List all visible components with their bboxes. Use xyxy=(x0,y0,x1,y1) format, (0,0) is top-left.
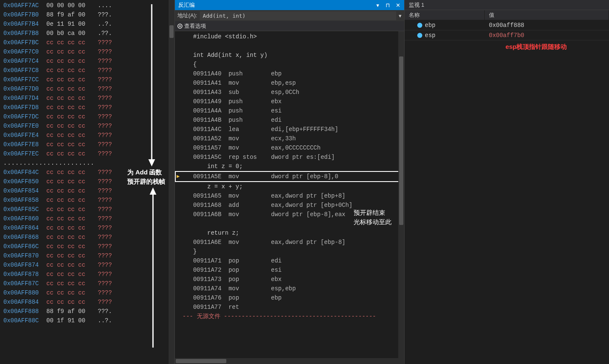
asm-text: 00911A49 push ebx xyxy=(182,97,282,106)
asm-line[interactable]: 00911A4A push esi xyxy=(175,106,404,115)
source-line[interactable]: int z = 0; xyxy=(175,162,404,171)
memory-row[interactable]: 0x00AFF7E4cc cc cc cc???? xyxy=(3,131,165,140)
disassembly-vscrollbar[interactable] xyxy=(398,31,404,358)
memory-row[interactable]: 0x00AFF7B088 f9 af 00???. xyxy=(3,10,165,19)
asm-line[interactable]: 00911A4B push edi xyxy=(175,115,404,125)
memory-ascii: ???? xyxy=(98,140,112,149)
memory-address: 0x00AFF7C4 xyxy=(3,56,41,66)
memory-ascii: ???? xyxy=(98,186,112,195)
memory-row[interactable]: 0x00AFF7D0cc cc cc cc???? xyxy=(3,84,165,94)
asm-text: 00911A76 pop ebp xyxy=(182,293,282,302)
asm-line[interactable]: 00911A77 ret xyxy=(175,302,404,312)
asm-line[interactable]: 00911A49 push ebx xyxy=(175,97,404,106)
watch-row[interactable]: ebp0x00aff888 xyxy=(405,20,609,30)
memory-row[interactable]: 0x00AFF87Ccc cc cc cc???? xyxy=(3,279,165,288)
asm-line[interactable]: 00911A4C lea edi,[ebp+FFFFFF34h] xyxy=(175,125,404,134)
memory-bytes: cc cc cc cc xyxy=(46,149,93,158)
memory-ascii: ???. xyxy=(98,307,112,316)
asm-line[interactable]: ▶ 00911A5E mov dword ptr [ebp-8],0 xyxy=(175,171,404,182)
memory-address: 0x00AFF878 xyxy=(3,270,41,279)
memory-address: 0x00AFF7C0 xyxy=(3,47,41,56)
asm-line[interactable]: 00911A41 mov ebp,esp xyxy=(175,78,404,88)
memory-row[interactable]: 0x00AFF7C0cc cc cc cc???? xyxy=(3,47,165,56)
source-line[interactable]: int Add(int x, int y) xyxy=(175,51,404,60)
memory-address: 0x00AFF854 xyxy=(3,186,41,195)
memory-bytes: cc cc cc cc xyxy=(46,66,93,75)
memory-ascii: ???? xyxy=(98,279,112,288)
address-input[interactable] xyxy=(200,11,396,20)
memory-row[interactable]: 0x00AFF7D4cc cc cc cc???? xyxy=(3,94,165,103)
memory-row[interactable]: 0x00AFF858cc cc cc cc???? xyxy=(3,195,165,205)
memory-row[interactable]: 0x00AFF7AC00 00 00 00.... xyxy=(3,1,165,10)
memory-address: 0x00AFF7BC xyxy=(3,38,41,47)
memory-row[interactable]: 0x00AFF868cc cc cc cc???? xyxy=(3,233,165,242)
watch-row[interactable]: esp0x00aff7b0 xyxy=(405,30,609,40)
source-line[interactable] xyxy=(175,41,404,51)
memory-scrollbar[interactable] xyxy=(169,0,174,364)
memory-row[interactable]: 0x00AFF7E0cc cc cc cc???? xyxy=(3,121,165,131)
memory-ascii: ???? xyxy=(98,233,112,242)
asm-line[interactable]: 00911A73 pop ebx xyxy=(175,275,404,284)
watch-panel: 监视 1 名称 值 ebp0x00aff888esp0x00aff7b0esp栈… xyxy=(405,0,609,364)
memory-row[interactable]: 0x00AFF88C00 1f 91 00..?. xyxy=(3,316,165,325)
memory-row[interactable]: 0x00AFF7B40e 11 91 00..?. xyxy=(3,19,165,29)
view-options-bar[interactable]: 查看选项 xyxy=(175,21,404,31)
memory-bytes: cc cc cc cc xyxy=(46,94,93,103)
memory-row[interactable]: 0x00AFF7D8cc cc cc cc???? xyxy=(3,103,165,112)
memory-row[interactable]: 0x00AFF85Ccc cc cc cc???? xyxy=(3,205,165,214)
memory-ascii: ???? xyxy=(98,38,112,47)
memory-row[interactable]: 0x00AFF880cc cc cc cc???? xyxy=(3,288,165,297)
memory-row[interactable]: 0x00AFF884cc cc cc cc???? xyxy=(3,297,165,307)
memory-row[interactable]: 0x00AFF7E8cc cc cc cc???? xyxy=(3,140,165,149)
options-expand-icon[interactable] xyxy=(177,24,182,29)
asm-line[interactable]: 00911A72 pop esi xyxy=(175,265,404,275)
memory-ascii: ???? xyxy=(98,195,112,205)
asm-line[interactable]: 00911A40 push ebp xyxy=(175,69,404,78)
memory-row[interactable]: 0x00AFF86Ccc cc cc cc???? xyxy=(3,242,165,251)
asm-line[interactable]: 00911A6E mov eax,dword ptr [ebp-8] xyxy=(175,238,404,247)
asm-line[interactable]: 00911A65 mov eax,dword ptr [ebp+8] xyxy=(175,191,404,201)
memory-row[interactable]: 0x00AFF7B800 b0 ca 00.??. xyxy=(3,29,165,38)
memory-row[interactable]: 0x00AFF7C8cc cc cc cc???? xyxy=(3,66,165,75)
memory-bytes: cc cc cc cc xyxy=(46,75,93,84)
asm-line[interactable]: 00911A76 pop ebp xyxy=(175,293,404,302)
asm-line[interactable]: 00911A74 mov esp,ebp xyxy=(175,284,404,293)
memory-row[interactable]: 0x00AFF7CCcc cc cc cc???? xyxy=(3,75,165,84)
source-line[interactable]: return z; xyxy=(175,228,404,238)
memory-row[interactable]: 0x00AFF878cc cc cc cc???? xyxy=(3,270,165,279)
source-line[interactable]: { xyxy=(175,60,404,69)
memory-bytes: cc cc cc cc xyxy=(46,233,93,242)
pin-icon[interactable]: ⊓ xyxy=(385,2,391,8)
asm-line[interactable]: 00911A5C rep stos dword ptr es:[edi] xyxy=(175,153,404,162)
memory-row[interactable]: 0x00AFF860cc cc cc cc???? xyxy=(3,214,165,223)
memory-address: 0x00AFF7EC xyxy=(3,149,41,158)
disassembly-hscrollbar[interactable] xyxy=(175,358,404,364)
asm-line[interactable]: 00911A52 mov ecx,33h xyxy=(175,134,404,143)
disassembly-body[interactable]: #include <stdio.h> int Add(int x, int y)… xyxy=(175,31,404,358)
asm-line[interactable]: 00911A57 mov eax,0CCCCCCCCh xyxy=(175,143,404,153)
memory-row[interactable]: 0x00AFF854cc cc cc cc???? xyxy=(3,186,165,195)
source-line[interactable]: #include <stdio.h> xyxy=(175,32,404,41)
close-icon[interactable]: ✕ xyxy=(395,2,401,8)
memory-row[interactable]: 0x00AFF864cc cc cc cc???? xyxy=(3,223,165,233)
memory-row[interactable]: 0x00AFF7BCcc cc cc cc???? xyxy=(3,38,165,47)
memory-row[interactable]: 0x00AFF88888 f9 af 00???. xyxy=(3,307,165,316)
asm-text: 00911A5C rep stos dword ptr es:[edi] xyxy=(182,153,335,162)
memory-row[interactable]: 0x00AFF874cc cc cc cc???? xyxy=(3,260,165,270)
source-line[interactable]: } xyxy=(175,247,404,256)
asm-line[interactable]: 00911A43 sub esp,0CCh xyxy=(175,88,404,97)
memory-row[interactable]: 0x00AFF7C4cc cc cc cc???? xyxy=(3,56,165,66)
memory-row[interactable]: 0x00AFF7DCcc cc cc cc???? xyxy=(3,112,165,121)
watch-col-value[interactable]: 值 xyxy=(485,10,609,20)
address-dropdown-icon[interactable]: ▾ xyxy=(399,13,402,19)
dropdown-icon[interactable]: ▾ xyxy=(375,2,381,8)
memory-row[interactable]: 0x00AFF7ECcc cc cc cc???? xyxy=(3,149,165,158)
watch-col-name[interactable]: 名称 xyxy=(405,10,485,20)
watch-tab[interactable]: 监视 1 xyxy=(405,0,609,10)
source-line[interactable]: z = x + y; xyxy=(175,182,404,191)
source-text xyxy=(182,219,193,228)
asm-line[interactable]: 00911A71 pop edi xyxy=(175,256,404,265)
memory-row[interactable]: 0x00AFF870cc cc cc cc???? xyxy=(3,251,165,260)
memory-address: 0x00AFF860 xyxy=(3,214,41,223)
memory-address: 0x00AFF7D0 xyxy=(3,84,41,94)
